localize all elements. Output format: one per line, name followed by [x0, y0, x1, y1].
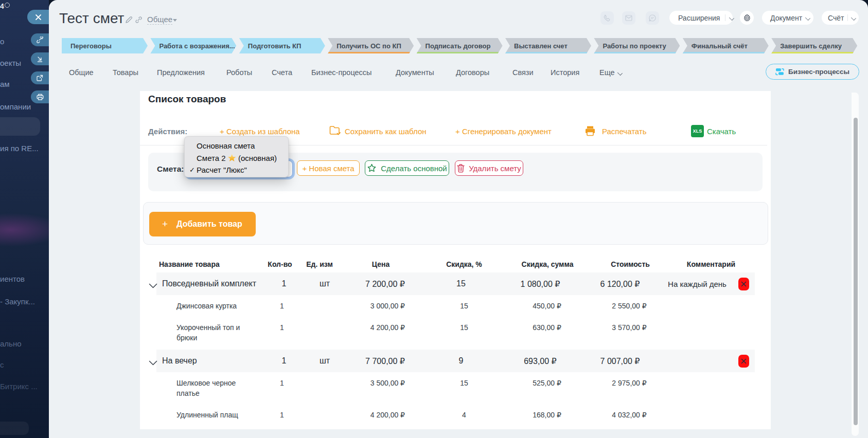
collapse-chevron-icon[interactable] [149, 358, 157, 368]
discount-percent-cell: 4 [444, 410, 485, 421]
tab-роботы[interactable]: Роботы [226, 66, 252, 80]
stage-3[interactable]: Подготовить КП [239, 38, 325, 53]
copy-id-icon[interactable] [135, 16, 143, 26]
tab-история[interactable]: История [551, 66, 579, 80]
save-as-template-link[interactable]: Сохранить как шаблон [345, 127, 427, 136]
stage-underline [328, 52, 414, 53]
bp-icon [775, 68, 784, 76]
delete-row-button[interactable] [738, 355, 749, 368]
sidebar-menu-item[interactable]: ально [0, 339, 22, 348]
product-name: Шелковое черное платье [176, 378, 254, 398]
xls-icon: XLS [691, 125, 704, 137]
sidebar-menu-item[interactable]: ия по RE... [0, 144, 39, 153]
tab-товары[interactable]: Товары [113, 66, 138, 80]
stage-4[interactable]: Получить ОС по КП [328, 38, 414, 53]
cost-cell: 3 570,00 ₽ [583, 323, 676, 333]
tab-договоры[interactable]: Договоры [456, 66, 489, 80]
document-button[interactable]: Документ [762, 11, 813, 25]
delete-row-button[interactable] [738, 278, 749, 290]
make-main-button[interactable]: Сделать основной [365, 160, 449, 176]
tab-more[interactable]: Еще [599, 66, 623, 80]
star-icon [367, 163, 377, 173]
button-label: Удалить смету [469, 164, 521, 173]
dropdown-option[interactable]: Смета 2 (основная) [185, 152, 288, 165]
tab-счета[interactable]: Счета [272, 66, 292, 80]
product-name: Джинсовая куртка [176, 301, 254, 312]
new-estimate-button[interactable]: + Новая смета [297, 160, 360, 176]
comment-cell: На каждый день [641, 272, 754, 295]
sidebar-menu-item[interactable]: Битрикс ... [0, 382, 38, 391]
open-new-tab-button[interactable] [31, 71, 49, 84]
collapse-chevron-icon[interactable] [149, 281, 157, 290]
sidebar-menu-item[interactable]: - Закупк... [0, 297, 35, 306]
sidebar-menu-item[interactable]: омпании [0, 102, 31, 111]
category-selector[interactable]: Общее [147, 15, 172, 25]
sidebar-menu-item[interactable]: ам [0, 80, 10, 88]
minimize-icon[interactable] [31, 52, 49, 65]
generate-document-link[interactable]: + Сгенерировать документ [455, 127, 552, 136]
chevron-down-icon [806, 15, 810, 20]
option-label: Расчет "Люкс" [197, 166, 247, 174]
tab-бизнес-процессы[interactable]: Бизнес-процессы [311, 66, 372, 80]
stage-1[interactable]: Переговоры [62, 38, 148, 53]
price-cell: 3 500,00 ₽ [312, 378, 405, 389]
table-row: Джинсовая куртка13 000,00 ₽15450,00 ₽2 5… [156, 295, 755, 317]
chat-icon [649, 14, 656, 22]
tab-документы[interactable]: Документы [396, 66, 434, 80]
logo-fragment: 4 [0, 2, 10, 10]
discount-sum-cell: 630,00 ₽ [501, 323, 593, 333]
add-product-button[interactable]: + Добавить товар [149, 212, 256, 236]
delete-estimate-button[interactable]: Удалить смету [455, 160, 523, 176]
table-row: Шелковое черное платье13 500,00 ₽15525,0… [156, 372, 755, 404]
business-processes-button[interactable]: Бизнес-процессы [766, 64, 859, 80]
print-button[interactable] [31, 90, 49, 103]
check-icon: ✓ [189, 164, 195, 176]
tab-связи[interactable]: Связи [512, 66, 534, 80]
actions-label: Действия: [148, 127, 187, 136]
folder-icon [329, 125, 342, 138]
estimate-label: Смета: [157, 165, 184, 174]
close-button[interactable] [27, 10, 49, 24]
sidebar-menu-item[interactable]: о [0, 37, 4, 46]
mail-button[interactable] [622, 11, 635, 25]
dropdown-option[interactable]: ✓Расчет "Люкс" [185, 164, 288, 176]
cost-cell: 2 975,00 ₽ [583, 378, 676, 389]
chevron-down-icon [618, 70, 623, 75]
column-header: Кол-во [264, 257, 295, 272]
tab-общие[interactable]: Общие [69, 66, 94, 80]
phone-icon [604, 14, 611, 22]
settings-gear-button[interactable] [740, 11, 754, 25]
sidebar-menu-item[interactable]: оекты [0, 59, 21, 67]
create-from-template-link[interactable]: + Создать из шаблона [220, 127, 300, 136]
sidebar-active-item[interactable] [0, 117, 40, 136]
edit-title-icon[interactable] [125, 16, 133, 26]
stage-2[interactable]: Работа с возражения... [150, 38, 236, 53]
stage-8[interactable]: Финальный счёт [683, 38, 769, 53]
product-list-card: Список товаров Действия: + Создать из ша… [140, 91, 771, 429]
column-header: Скидка, % [444, 257, 485, 272]
price-cell: 4 200,00 ₽ [312, 323, 405, 333]
copy-link-button[interactable] [31, 33, 49, 46]
sidebar-menu-item[interactable]: иентов [0, 275, 25, 283]
stage-5[interactable]: Подписать договор [417, 38, 503, 53]
price-cell: 7 700,00 ₽ [312, 350, 405, 372]
stage-7[interactable]: Работы по проекту [594, 38, 680, 53]
chevron-down-icon [730, 15, 733, 20]
phone-button[interactable] [600, 11, 614, 25]
invoice-button[interactable]: Счёт [822, 11, 859, 25]
button-label: Расширения [678, 14, 720, 22]
extensions-button[interactable]: Расширения [669, 11, 733, 25]
button-label: + Новая смета [302, 164, 354, 173]
stage-6[interactable]: Выставлен счет [505, 38, 591, 53]
add-product-section: + Добавить товар [143, 202, 768, 245]
dropdown-option[interactable]: Основная смета [185, 140, 288, 152]
chevron-down-icon [149, 283, 157, 288]
chat-button[interactable] [646, 11, 659, 25]
download-link[interactable]: Скачать [707, 127, 736, 136]
divider [847, 14, 848, 21]
print-link[interactable]: Распечатать [602, 127, 647, 136]
scrollbar-thumb[interactable] [854, 118, 858, 425]
tab-предложения[interactable]: Предложения [157, 66, 205, 80]
stage-9[interactable]: Завершить сделку [771, 38, 857, 53]
sidebar-menu-item[interactable]: с [0, 360, 4, 369]
